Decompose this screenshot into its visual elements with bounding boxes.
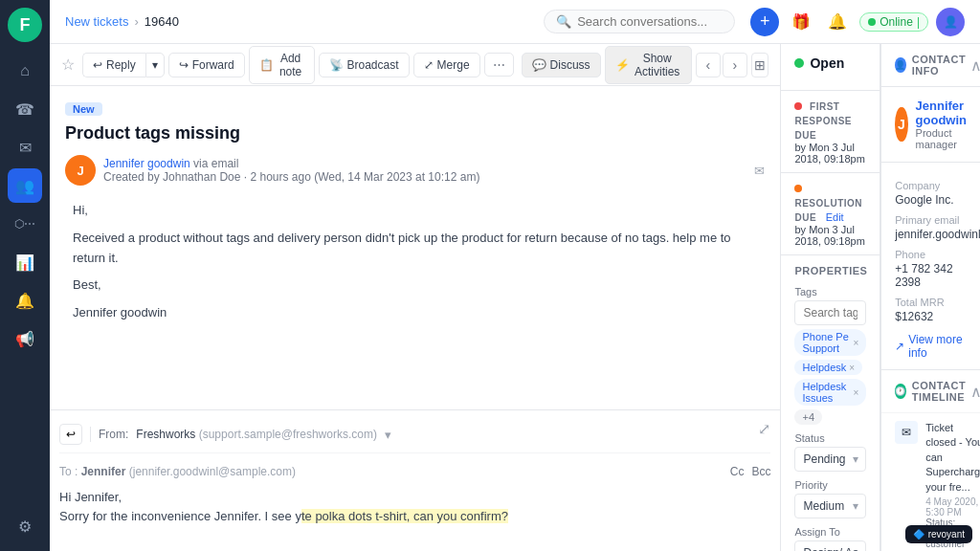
revoyant-icon: 🔷 — [913, 529, 924, 540]
action-bar: ☆ ↩ Reply ▾ ↪ Forward 📋 Add no — [50, 44, 780, 86]
compose-body: Sorry for the inconvenience Jennifer. I … — [59, 507, 770, 526]
status-dot-green — [794, 58, 804, 68]
sidebar-item-notifications[interactable]: 🔔 — [8, 283, 42, 318]
contact-timeline: 🕐 CONTACT TIMELINE ∧ ✉ Ticket closed - Y… — [881, 369, 980, 551]
bell-button[interactable]: 🔔 — [823, 8, 852, 36]
message-best: Best, — [73, 276, 757, 296]
add-note-button[interactable]: 📋 Add note — [249, 46, 315, 84]
priority-select[interactable]: Medium — [794, 494, 866, 518]
first-response-date: by Mon 3 Jul 2018, 09:18pm — [794, 142, 866, 165]
bcc-button[interactable]: Bcc — [751, 465, 770, 478]
next-ticket-button[interactable]: › — [723, 53, 747, 77]
search-input[interactable] — [577, 14, 711, 29]
contact-name-role: Jennifer goodwin Product manager — [916, 99, 967, 150]
discuss-button[interactable]: 💬 Discuss — [522, 53, 601, 77]
ticket-title: Product tags missing — [65, 123, 765, 143]
tag-more[interactable]: +4 — [794, 409, 822, 425]
sidebar-item-contacts[interactable]: 👥 — [8, 168, 42, 203]
highlighted-text: te polka dots t-shirt, can you confirm? — [301, 509, 508, 523]
online-indicator: | — [917, 15, 920, 29]
content-area: ☆ ↩ Reply ▾ ↪ Forward 📋 Add no — [50, 44, 980, 551]
contact-avatar: J — [895, 107, 907, 142]
reply-button[interactable]: ↩ Reply — [82, 53, 145, 77]
merge-button[interactable]: ⤢ Merge — [413, 53, 480, 77]
activities-icon: ⚡ — [615, 58, 630, 72]
reply-button-group: ↩ Reply ▾ — [82, 53, 165, 77]
assign-select[interactable]: Design/ Aayush Bhatna... — [794, 540, 866, 551]
reply-from-label: From: — [99, 428, 128, 441]
broadcast-button[interactable]: 📡 Broadcast — [319, 53, 410, 77]
sidebar-item-conversations[interactable]: ☎ — [8, 92, 42, 126]
status-value: Open — [810, 55, 844, 71]
prev-ticket-button[interactable]: ‹ — [696, 53, 721, 77]
search-bar[interactable]: 🔍 — [544, 10, 735, 33]
merge-icon: ⤢ — [424, 58, 434, 72]
message-body: Received a product without tags and deli… — [73, 229, 757, 269]
top-actions: + 🎁 🔔 Online | 👤 — [750, 8, 965, 36]
assign-select-wrapper: Design/ Aayush Bhatna... — [794, 540, 866, 551]
collapse-timeline-button[interactable]: ∧ — [970, 383, 980, 401]
contact-details: Company Google Inc. Primary email jennif… — [881, 163, 980, 369]
note-icon: 📋 — [259, 58, 274, 72]
priority-field-label: Priority — [794, 479, 866, 491]
reply-dropdown-icon: ▾ — [385, 428, 391, 442]
resolution-edit-link[interactable]: Edit — [826, 211, 844, 223]
sender-name[interactable]: Jennifer goodwin — [103, 157, 190, 170]
forward-button[interactable]: ↪ Forward — [168, 53, 245, 77]
nav-arrows: ‹ › — [696, 53, 747, 77]
timeline-item-icon-0: ✉ — [895, 421, 918, 444]
sidebar-item-broadcast[interactable]: 📢 — [8, 321, 42, 356]
tag-helpdesk-issues-remove[interactable]: × — [853, 387, 858, 398]
view-more-info-link[interactable]: ↗ View more info — [895, 333, 967, 360]
status-open: Open — [794, 55, 866, 71]
breadcrumb-separator: › — [134, 14, 138, 29]
company-value: Google Inc. — [895, 193, 967, 207]
resolution-date: by Mon 3 Jul 2018, 09:18pm — [794, 224, 866, 247]
tag-helpdesk-remove[interactable]: × — [849, 363, 855, 373]
reply-compose-area[interactable]: Hi Jennifer, Sorry for the inconvenience… — [59, 488, 770, 541]
sidebar-item-apps[interactable]: ⬡⋯ — [8, 207, 42, 241]
undo-button[interactable]: ↩ — [59, 424, 82, 445]
collapse-contact-button[interactable]: ∧ — [970, 56, 980, 75]
reply-header: ↩ From: Freshworks (support.sample@fresh… — [59, 420, 770, 453]
email-value: jennifer.goodwinl@sample.com — [895, 228, 967, 241]
breadcrumb: New tickets › 19640 — [65, 14, 179, 29]
add-note-label: Add note — [278, 52, 304, 78]
contact-header-buttons: ∧ — [970, 56, 980, 75]
reply-dropdown[interactable]: ▾ — [145, 53, 165, 77]
sidebar-item-home[interactable]: ⌂ — [8, 54, 42, 88]
breadcrumb-current: 19640 — [145, 14, 179, 29]
reply-area: ⤢ ↩ From: Freshworks (support.sample@fre… — [50, 409, 780, 551]
reply-icon: ↩ — [93, 58, 102, 72]
broadcast-label: Broadcast — [347, 58, 399, 72]
sidebar-item-reports[interactable]: 📊 — [8, 245, 42, 279]
grid-view-button[interactable]: ⊞ — [751, 53, 769, 77]
tag-phone-pe-remove[interactable]: × — [853, 338, 858, 348]
revoyant-label: revoyant — [928, 529, 965, 540]
phone-value: +1 782 342 2398 — [895, 262, 967, 289]
resolution-section: RESOLUTION DUE Edit by Mon 3 Jul 2018, 0… — [781, 173, 880, 255]
contact-header: 👤 CONTACT INFO ∧ — [881, 44, 980, 87]
email-label: Primary email — [895, 214, 967, 226]
user-avatar[interactable]: 👤 — [936, 8, 965, 36]
more-actions-button[interactable]: ⋯ — [484, 53, 514, 77]
show-activities-button[interactable]: ⚡ Show Activities — [605, 46, 692, 84]
contact-info-icon: 👤 — [895, 57, 906, 73]
sidebar-item-email[interactable]: ✉ — [8, 130, 42, 165]
contact-name[interactable]: Jennifer goodwin — [916, 99, 967, 127]
first-response-label: FIRST RESPONSE DUE — [794, 101, 852, 141]
sidebar-item-settings[interactable]: ⚙ — [8, 509, 42, 543]
status-select[interactable]: Pending — [794, 447, 866, 472]
tags-search-input[interactable] — [794, 300, 866, 325]
breadcrumb-parent[interactable]: New tickets — [65, 14, 128, 29]
sender-info: Jennifer goodwin via email Created by Jo… — [103, 157, 479, 184]
star-button[interactable]: ☆ — [61, 55, 75, 74]
properties-section: PROPERTIES Tags Phone Pe Support × Helpd… — [781, 255, 880, 551]
expand-reply-button[interactable]: ⤢ — [758, 420, 770, 438]
reply-cc-bcc: Cc Bcc — [730, 465, 771, 478]
cc-button[interactable]: Cc — [730, 465, 745, 478]
add-button[interactable]: + — [750, 8, 779, 36]
timeline-header: 🕐 CONTACT TIMELINE ∧ — [881, 370, 980, 412]
undo-icon: ↩ — [66, 428, 76, 441]
gift-button[interactable]: 🎁 — [787, 8, 815, 36]
